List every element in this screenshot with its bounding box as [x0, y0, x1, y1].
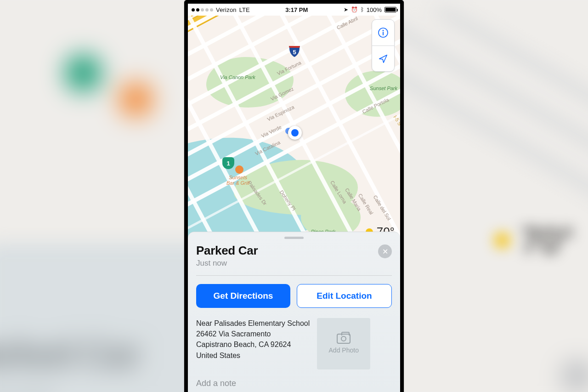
network-label: LTE — [239, 6, 250, 13]
sheet-subtitle: Just now — [196, 259, 258, 268]
sheet-title: Parked Car — [196, 244, 258, 258]
status-bar: Verizon LTE 3:17 PM ➤ ⏰ ᛒ 100% — [188, 4, 400, 16]
background-weather: 70° — [494, 220, 574, 261]
add-photo-label: Add Photo — [329, 347, 359, 354]
clock: 3:17 PM — [285, 6, 308, 13]
sheet-grabber[interactable] — [284, 237, 304, 239]
info-icon — [378, 27, 389, 38]
add-note-field[interactable]: Add a note — [196, 379, 392, 388]
edit-location-button[interactable]: Edit Location — [297, 284, 392, 308]
carrier-label: Verizon — [216, 6, 237, 13]
close-button[interactable]: ✕ — [378, 244, 392, 258]
svg-rect-3 — [383, 32, 384, 35]
map-canvas[interactable]: Via Canon Park Sunset Park Pines Park Vi… — [188, 16, 400, 243]
locate-button[interactable] — [372, 45, 394, 71]
map-controls — [372, 19, 395, 72]
svg-text:5: 5 — [293, 49, 296, 56]
info-button[interactable] — [372, 20, 394, 45]
battery-percent: 100% — [367, 6, 382, 13]
poi-icon — [235, 165, 243, 174]
battery-icon — [384, 7, 396, 12]
signal-strength — [192, 8, 213, 11]
poi-label: SunsetsBar & Grill — [226, 175, 249, 186]
address-city: Capistrano Beach, CA 92624 — [196, 339, 310, 350]
alarm-icon: ⏰ — [351, 6, 358, 13]
user-location-dot — [288, 126, 302, 140]
location-arrow-icon: ➤ — [344, 6, 348, 13]
address-country: United States — [196, 350, 310, 361]
svg-point-2 — [383, 30, 384, 31]
background-streets — [386, 9, 588, 248]
address-street: 26462 Via Sacramento — [196, 329, 310, 339]
locate-arrow-icon — [378, 54, 388, 64]
park-label: Sunset Park — [370, 85, 397, 91]
background-card — [0, 243, 211, 392]
add-photo-button[interactable]: Add Photo — [317, 318, 370, 369]
bottom-sheet[interactable]: Parked Car Just now ✕ Get Directions Edi… — [188, 232, 400, 392]
address-block: Near Palisades Elementary School 26462 V… — [196, 318, 310, 361]
interstate-shield-icon: 5 — [288, 44, 301, 58]
park-label: Via Canon Park — [220, 74, 255, 80]
phone-frame: Verizon LTE 3:17 PM ➤ ⏰ ᛒ 100% Via — [184, 0, 404, 392]
state-route-shield-icon: 1 — [222, 157, 234, 169]
close-icon: ✕ — [382, 247, 388, 256]
divider — [196, 275, 392, 276]
get-directions-button[interactable]: Get Directions — [196, 284, 290, 308]
camera-icon — [337, 334, 351, 344]
bluetooth-icon: ᛒ — [361, 6, 364, 13]
address-near: Near Palisades Elementary School — [196, 318, 310, 329]
